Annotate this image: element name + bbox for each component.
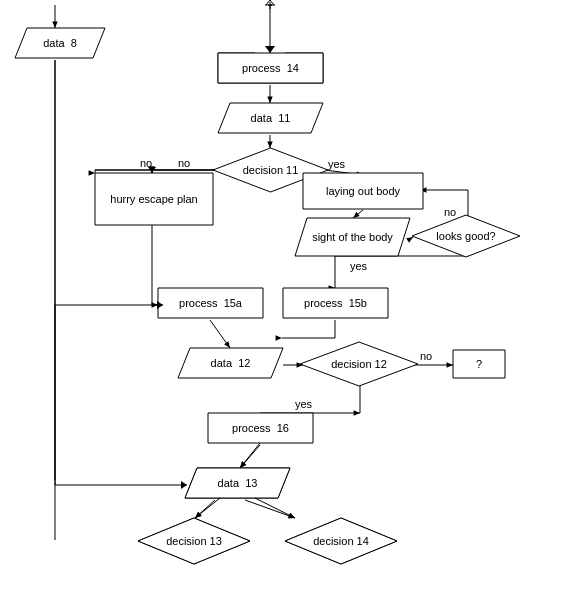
flowchart-canvas: [0, 0, 576, 597]
